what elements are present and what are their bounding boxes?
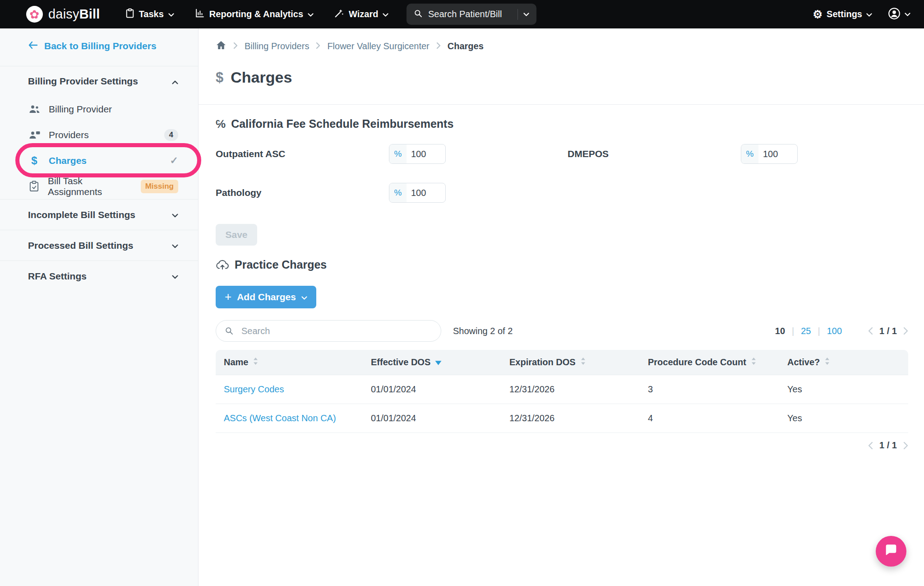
sidebar-item-providers[interactable]: Providers 4 [0,122,198,148]
table-row: Surgery Codes 01/01/2024 12/31/2026 3 Ye… [216,375,908,404]
breadcrumb-flower-valley-surgicenter[interactable]: Flower Valley Surgicenter [327,41,429,51]
chevron-down-icon [172,271,178,282]
chevron-right-icon[interactable] [903,442,908,450]
outpatient-asc-input[interactable] [407,149,443,159]
column-header-effective-dos[interactable]: Effective DOS [363,350,501,375]
column-header-active[interactable]: Active? [779,350,908,375]
plus-icon: + [225,291,231,302]
add-charges-button[interactable]: + Add Charges [216,286,316,308]
back-link-label: Back to Billing Providers [44,41,157,51]
chevron-right-icon[interactable] [903,327,908,335]
providers-count-badge: 4 [164,129,178,141]
column-header-procedure-code-count[interactable]: Procedure Code Count [640,350,779,375]
add-charges-label: Add Charges [237,292,296,302]
global-search-label: Search Patient/Bill [428,9,502,19]
pagination-bottom: 1 / 1 [216,440,908,451]
charges-table: Name Effective DOS Expiration DOS Proced… [216,350,908,433]
chat-bubble-icon [883,543,899,560]
sidebar-item-label: Billing Provider [49,104,112,115]
brand-logo[interactable]: ✿ daisyBill [26,6,100,23]
column-header-expiration-dos[interactable]: Expiration DOS [501,350,640,375]
fee-schedule-section-header: ℅ California Fee Schedule Reimbursements [216,117,908,130]
page-size-100[interactable]: 100 [827,326,842,336]
settings-menu[interactable]: ⚙ Settings [813,9,872,20]
field-dmepos: DMEPOS % [568,144,908,164]
table-row: ASCs (West Coast Non CA) 01/01/2024 12/3… [216,404,908,433]
expiration-dos-cell: 12/31/2026 [501,375,640,404]
practice-charges-section-header: Practice Charges [216,258,908,271]
chevron-down-icon [301,292,307,302]
check-icon: ✓ [170,155,178,167]
column-label: Effective DOS [371,357,430,367]
chevron-down-icon [523,10,529,19]
sidebar-group-rfa-settings[interactable]: RFA Settings [0,260,198,291]
chevron-down-icon [172,240,178,251]
table-search-input[interactable] [216,320,441,342]
user-avatar-icon [887,7,901,22]
field-pathology: Pathology % [216,183,568,203]
chevron-down-icon [308,9,314,19]
effective-dos-cell: 01/01/2024 [363,375,501,404]
nav-tasks[interactable]: Tasks [125,8,174,21]
sort-icon [824,357,830,367]
pathology-input[interactable] [407,188,443,198]
page-indicator: 1 / 1 [879,326,897,336]
chevron-right-icon [436,41,441,51]
sidebar-group-processed-bill-settings[interactable]: Processed Bill Settings [0,230,198,260]
dollar-icon: $ [216,70,223,86]
sidebar-item-label: Bill Task Assignments [48,176,133,197]
provider-person-icon [28,130,41,140]
page-title-row: $ Charges [216,69,908,86]
sidebar-group-billing-provider-settings[interactable]: Billing Provider Settings [0,66,198,96]
missing-badge: Missing [141,180,178,193]
divider: | [818,326,820,336]
charge-name-link[interactable]: Surgery Codes [224,384,284,394]
main-content: Billing Providers Flower Valley Surgicen… [199,28,924,586]
divider [517,9,518,20]
settings-label: Settings [827,9,862,19]
sidebar-group-incomplete-bill-settings[interactable]: Incomplete Bill Settings [0,199,198,230]
chevron-left-icon[interactable] [868,442,873,450]
back-to-billing-providers-link[interactable]: Back to Billing Providers [0,28,198,66]
table-toolbar: Showing 2 of 2 10 | 25 | 100 1 / 1 [216,320,908,342]
page-size-selector: 10 | 25 | 100 [775,326,842,336]
group-title: Processed Bill Settings [28,240,133,251]
column-label: Expiration DOS [509,357,576,367]
percent-icon: ℅ [216,117,226,130]
search-icon [225,326,234,335]
nav-reporting-analytics[interactable]: Reporting & Analytics [195,8,314,20]
top-navigation: Tasks Reporting & Analytics Wizard [125,8,389,21]
sidebar-item-billing-provider[interactable]: Billing Provider [0,96,198,122]
pagination-top: 1 / 1 [868,326,908,336]
home-icon[interactable] [216,40,226,52]
page-size-10[interactable]: 10 [775,326,785,336]
chat-widget-button[interactable] [876,536,906,567]
percent-prefix: % [389,183,407,202]
save-button[interactable]: Save [216,224,257,246]
sidebar-item-bill-task-assignments[interactable]: Bill Task Assignments Missing [0,173,198,199]
sort-icon [253,357,259,367]
chevron-down-icon [866,9,872,19]
nav-wizard[interactable]: Wizard [334,8,388,20]
field-label: Outpatient ASC [216,149,389,159]
toolbar-right: 10 | 25 | 100 1 / 1 [775,326,908,336]
field-outpatient-asc: Outpatient ASC % [216,144,568,164]
breadcrumb-billing-providers[interactable]: Billing Providers [245,41,309,51]
chevron-down-icon [905,10,910,19]
table-search-wrap [216,320,441,342]
global-search-button[interactable]: Search Patient/Bill [407,4,536,25]
percent-prefix: % [741,144,758,163]
brand-wordmark: daisyBill [48,7,100,22]
group-title: Incomplete Bill Settings [28,209,135,220]
column-header-name[interactable]: Name [216,350,363,375]
account-menu[interactable] [887,7,910,22]
topbar: ✿ daisyBill Tasks Reporting & Analytics … [0,0,924,28]
page-size-25[interactable]: 25 [801,326,811,336]
dmepos-input[interactable] [758,149,795,159]
sidebar-item-charges[interactable]: $ Charges ✓ [0,148,198,173]
charge-name-link[interactable]: ASCs (West Coast Non CA) [224,413,336,423]
chevron-left-icon[interactable] [868,327,873,335]
clipboard-icon [125,8,134,21]
column-label: Active? [787,357,820,367]
percent-prefix: % [389,144,407,163]
